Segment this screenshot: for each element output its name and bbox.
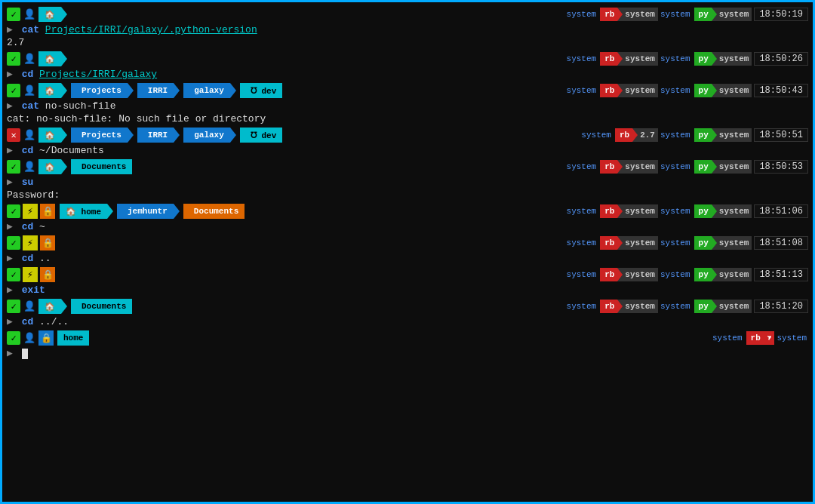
home-seg-5: 🏠 (38, 159, 61, 174)
cmd-row-9: ▶ cd ../.. (2, 315, 813, 329)
py-badge-5: py system (694, 160, 752, 174)
py-badge-1: py system (694, 8, 752, 21)
time-3: 18:50:43 (754, 84, 808, 97)
person-icon-3: 👤 (23, 84, 36, 97)
prompt-right-1: system rb system system py system 18:50:… (567, 8, 808, 21)
time-9: 18:51:20 (754, 300, 808, 313)
cmd-row-1: ▶ cat Projects/IRRI/galaxy/.python-versi… (2, 23, 813, 37)
py-badge-8: py system (694, 268, 752, 281)
irri-seg-4: IRRI (137, 128, 174, 143)
home-seg-4: 🏠 (38, 128, 61, 143)
prompt-right-10: system rb ♥ system (712, 331, 808, 345)
rb-badge-5: rb system (600, 160, 658, 174)
git-dev-seg-4: ℧ dev (240, 128, 282, 143)
rb-badge-7: rb system (600, 236, 658, 250)
home-seg-10: home (57, 330, 89, 346)
person-icon-5: 👤 (23, 160, 36, 174)
prompt-left-7: ✓ ⚡ 🔒 (7, 235, 55, 250)
cmd-row-6: ▶ cd ~ (2, 220, 813, 234)
prompt-row-8: ✓ ⚡ 🔒 system rb system system py system … (2, 266, 813, 284)
status-ok-icon-7: ✓ (7, 236, 20, 250)
home-seg-9: 🏠 (38, 299, 61, 314)
rb-badge-3: rb system (600, 84, 658, 97)
time-6: 18:51:06 (754, 204, 808, 218)
time-4: 18:50:51 (754, 128, 808, 142)
person-icon-2: 👤 (23, 52, 36, 66)
cmd-row-10: ▶ (2, 347, 813, 361)
prompt-row-7: ✓ ⚡ 🔒 system rb system system py system … (2, 234, 813, 252)
py-badge-6: py system (694, 204, 752, 218)
projects-seg: Projects (71, 83, 128, 98)
status-ok-icon-9: ✓ (7, 300, 20, 313)
prompt-row-9: ✓ 👤 🏠 Documents system rb system system … (2, 297, 813, 315)
time-1: 18:50:19 (754, 8, 808, 21)
lock-icon-10: 🔒 (38, 330, 54, 346)
prompt-right-8: system rb system system py system 18:51:… (567, 268, 808, 281)
prompt-left-9: ✓ 👤 🏠 Documents (7, 299, 132, 314)
prompt-row-2: ✓ 👤 🏠 system rb system system py system … (2, 50, 813, 68)
rb-badge-8: rb system (600, 268, 658, 281)
bolt-icon-7: ⚡ (23, 235, 38, 250)
docs-seg-5: Documents (71, 159, 132, 174)
irri-seg: IRRI (137, 83, 174, 98)
home-seg-3: 🏠 (38, 83, 61, 98)
cmd-row-3: ▶ cat no-such-file (2, 100, 813, 113)
prompt-right-2: system rb system system py system 18:50:… (567, 52, 808, 66)
prompt-left-4: ✕ 👤 🏠 Projects IRRI galaxy ℧ dev (7, 128, 282, 143)
time-5: 18:50:53 (754, 160, 808, 174)
person-icon-9: 👤 (23, 300, 36, 313)
bolt-icon-6: ⚡ (23, 204, 38, 219)
status-ok-icon-8: ✓ (7, 268, 20, 281)
prompt-left-8: ✓ ⚡ 🔒 (7, 267, 55, 282)
prompt-left-3: ✓ 👤 🏠 Projects IRRI galaxy ℧ dev (7, 83, 282, 98)
home-seg: 🏠 (38, 7, 61, 22)
output-1: 2.7 (2, 37, 813, 50)
bolt-icon-8: ⚡ (23, 267, 38, 282)
time-7: 18:51:08 (754, 236, 808, 250)
lock-icon-6: 🔒 (40, 204, 55, 219)
status-ok-icon-6: ✓ (7, 204, 20, 218)
rb-badge-6: rb system (600, 204, 658, 218)
system-label-1b: system (660, 10, 690, 19)
projects-seg-4: Projects (71, 128, 128, 143)
py-badge-4: py system (694, 128, 752, 142)
prompt-row-10: ✓ 👤 🔒 home system rb ♥ system (2, 329, 813, 347)
prompt-right-3: system rb system system py system 18:50:… (567, 84, 808, 97)
rb-badge-10: rb ♥ (746, 331, 775, 345)
system-label-1: system (567, 10, 597, 19)
home-seg-2: 🏠 (38, 51, 61, 66)
py-badge-3: py system (694, 84, 752, 97)
status-ok-icon-3: ✓ (7, 84, 20, 97)
status-ok-icon-10: ✓ (7, 331, 20, 345)
prompt-row-6: ✓ ⚡ 🔒 🏠 home jemhuntr Documents system r… (2, 202, 813, 220)
rb-badge-9: rb system (600, 300, 658, 313)
status-ok-icon-5: ✓ (7, 160, 20, 174)
time-2: 18:50:26 (754, 52, 808, 66)
prompt-row-1: ✓ 👤 🏠 system rb system system py system … (2, 5, 813, 23)
home-seg-6: 🏠 home (60, 204, 107, 219)
person-icon-10: 👤 (23, 331, 36, 345)
terminal: ✓ 👤 🏠 system rb system system py system … (2, 2, 813, 502)
py-badge-7: py system (694, 236, 752, 250)
prompt-row-3: ✓ 👤 🏠 Projects IRRI galaxy ℧ dev (2, 81, 813, 100)
prompt-right-7: system rb system system py system 18:51:… (567, 236, 808, 250)
lock-icon-7: 🔒 (40, 235, 55, 250)
person-icon-4: 👤 (23, 128, 36, 142)
prompt-right-4: system rb 2.7 system py system 18:50:51 (581, 128, 808, 142)
person-icon: 👤 (23, 8, 36, 21)
cmd-row-4: ▶ cd ~/Documents (2, 144, 813, 158)
py-badge-2: py system (694, 52, 752, 66)
cursor (22, 349, 28, 359)
git-dev-seg: ℧ dev (240, 83, 282, 98)
prompt-left-10: ✓ 👤 🔒 home (7, 330, 89, 346)
time-8: 18:51:13 (754, 268, 808, 281)
prompt-row-4: ✕ 👤 🏠 Projects IRRI galaxy ℧ dev (2, 126, 813, 144)
status-err-icon-4: ✕ (7, 128, 20, 142)
prompt-right-9: system rb system system py system 18:51:… (567, 300, 808, 313)
jemhuntr-seg: jemhuntr (117, 204, 174, 219)
prompt-right-6: system rb system system py system 18:51:… (567, 204, 808, 218)
status-ok-icon: ✓ (7, 8, 20, 21)
prompt-right-5: system rb system system py system 18:50:… (567, 160, 808, 174)
prompt-left-6: ✓ ⚡ 🔒 🏠 home jemhuntr Documents (7, 204, 244, 219)
cmd-row-5: ▶ su (2, 176, 813, 189)
